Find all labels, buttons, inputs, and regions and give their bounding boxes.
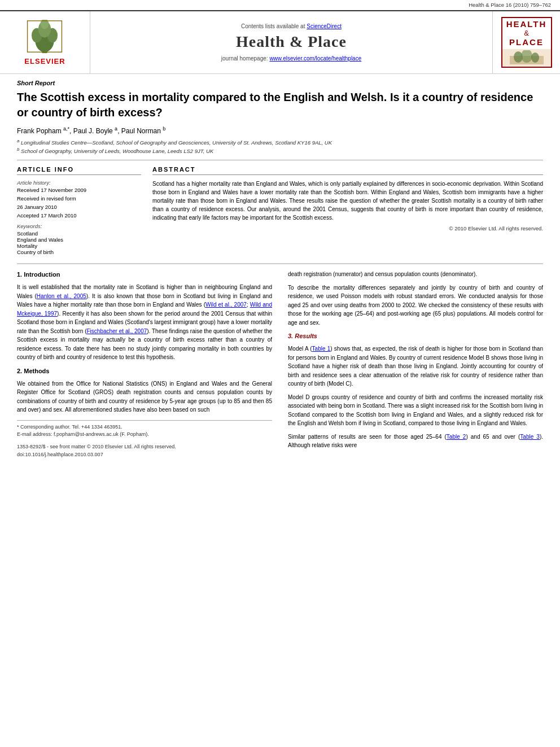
- journal-header: ELSEVIER Contents lists available at Sci…: [0, 10, 560, 74]
- footnote-area: * Corresponding author. Tel. +44 1334 46…: [17, 420, 272, 439]
- author-1-sup: a,*: [63, 126, 69, 132]
- page: Health & Place 16 (2010) 759–762 ELSEVIE…: [0, 0, 560, 747]
- footer-doi: doi:10.1016/j.healthplace.2010.03.007: [17, 451, 272, 459]
- ref-table3[interactable]: Table 3: [520, 434, 540, 440]
- results-para-1: Model A (Table 1) shows that, as expecte…: [288, 344, 543, 388]
- article-info-col: ARTICLE INFO Article history: Received 1…: [17, 166, 141, 255]
- ref-table1[interactable]: Table 1: [312, 346, 331, 352]
- abstract-text: Scotland has a higher mortality rate tha…: [152, 180, 543, 222]
- results-para-3: Similar patterns of results are seen for…: [288, 433, 543, 450]
- contents-line: Contents lists available at ScienceDirec…: [241, 23, 342, 29]
- article-info-header: ARTICLE INFO: [17, 166, 141, 175]
- affiliation-b: b School of Geography, University of Lee…: [17, 147, 543, 154]
- affil-a-sup: a: [17, 138, 19, 143]
- results-heading: 3. Results: [288, 331, 543, 341]
- ref-table2[interactable]: Table 2: [447, 434, 466, 440]
- elsevier-logo: ELSEVIER: [24, 20, 65, 65]
- keywords-label: Keywords:: [17, 223, 141, 229]
- author-3: Paul Norman b: [121, 127, 165, 135]
- contents-label: Contents lists available at: [241, 23, 305, 29]
- abstract-header: ABSTRACT: [152, 166, 543, 175]
- body-left-col: 1. Introduction It is well established t…: [17, 270, 272, 458]
- keyword-2: England and Wales: [17, 237, 141, 243]
- affil-a-text: Longitudinal Studies Centre—Scotland, Sc…: [21, 139, 332, 146]
- info-abstract-row: ARTICLE INFO Article history: Received 1…: [17, 166, 543, 255]
- elsevier-tree-icon: [25, 20, 64, 54]
- keyword-4: Country of birth: [17, 249, 141, 255]
- main-content: Short Report The Scottish excess in mort…: [0, 74, 560, 470]
- hp-ampersand: &: [524, 29, 529, 37]
- footer-ids: 1353-8292/$ - see front matter © 2010 El…: [17, 443, 272, 459]
- journal-subtitle: journal homepage: www.elsevier.com/locat…: [221, 55, 362, 62]
- affil-b-sup: b: [17, 147, 19, 152]
- hp-health-text: HEALTH: [506, 19, 547, 29]
- author-2-sup: a: [115, 126, 117, 132]
- authors-line: Frank Popham a,*, Paul J. Boyle a, Paul …: [17, 126, 543, 135]
- author-3-sup: b: [163, 126, 165, 132]
- journal-title: Health & Place: [236, 33, 347, 51]
- elsevier-label: ELSEVIER: [24, 57, 65, 65]
- article-type-label: Short Report: [17, 80, 543, 86]
- author-1: Frank Popham a,*: [17, 127, 69, 135]
- hp-logo-box: HEALTH & PLACE: [501, 17, 552, 68]
- svg-point-10: [531, 53, 539, 63]
- col2-para-1: death registration (numerator) and censu…: [288, 270, 543, 279]
- ref-wild-2007[interactable]: Wild et al., 2007: [205, 302, 247, 308]
- revised2-value: 26 January 2010: [17, 204, 141, 210]
- divider-1: [17, 160, 543, 160]
- hp-logo-image: [502, 49, 551, 66]
- copyright-line: © 2010 Elsevier Ltd. All rights reserved…: [152, 225, 543, 231]
- email-footnote: E-mail address: f.popham@st-andrews.ac.u…: [17, 431, 272, 439]
- intro-para-1: It is well established that the mortalit…: [17, 283, 272, 362]
- elsevier-logo-area: ELSEVIER: [0, 11, 90, 73]
- ref-hanlon[interactable]: Hanlon et al., 2005: [37, 293, 86, 299]
- methods-para-1: We obtained from the Office for National…: [17, 379, 272, 414]
- results-para-2: Model D groups country of residence and …: [288, 393, 543, 428]
- journal-url[interactable]: www.elsevier.com/locate/healthplace: [269, 55, 361, 62]
- keyword-1: Scotland: [17, 230, 141, 237]
- sciencedirect-link[interactable]: ScienceDirect: [307, 23, 342, 29]
- abstract-col: ABSTRACT Scotland has a higher mortality…: [152, 166, 543, 255]
- two-col-body: 1. Introduction It is well established t…: [17, 270, 543, 458]
- hp-logo-area: HEALTH & PLACE: [492, 11, 560, 73]
- citation-text: Health & Place 16 (2010) 759–762: [469, 2, 551, 8]
- history-label: Article history:: [17, 180, 141, 186]
- journal-homepage-label: journal homepage:: [221, 55, 268, 62]
- corresponding-footnote: * Corresponding author. Tel. +44 1334 46…: [17, 423, 272, 431]
- body-divider: [17, 263, 543, 264]
- intro-heading: 1. Introduction: [17, 270, 272, 279]
- revised-value: Received in revised form: [17, 195, 141, 202]
- col2-para-2: To describe the mortality differences se…: [288, 283, 543, 327]
- author-2: Paul J. Boyle a: [73, 127, 117, 135]
- article-title: The Scottish excess in mortality compare…: [17, 90, 543, 120]
- body-right-col: death registration (numerator) and censu…: [288, 270, 543, 458]
- hp-logo-landscape-icon: [510, 50, 544, 64]
- methods-heading: 2. Methods: [17, 366, 272, 376]
- affiliation-a: a Longitudinal Studies Centre—Scotland, …: [17, 138, 543, 146]
- accepted-value: Accepted 17 March 2010: [17, 212, 141, 219]
- affil-b-text: School of Geography, University of Leeds…: [21, 148, 213, 154]
- keyword-3: Mortality: [17, 243, 141, 249]
- footer-issn: 1353-8292/$ - see front matter © 2010 El…: [17, 443, 272, 451]
- received-value: Received 17 November 2009: [17, 187, 141, 193]
- citation-bar: Health & Place 16 (2010) 759–762: [0, 0, 560, 10]
- hp-place-text: PLACE: [509, 37, 544, 47]
- ref-fischbacher[interactable]: Fischbacher et al., 2007: [86, 328, 147, 334]
- journal-center: Contents lists available at ScienceDirec…: [90, 11, 492, 73]
